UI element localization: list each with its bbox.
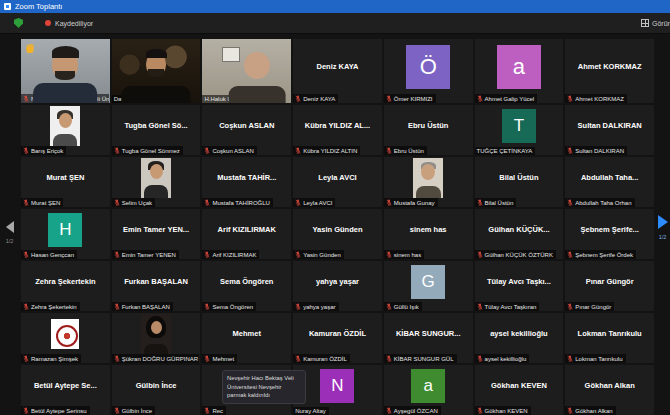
participant-tile[interactable]: aAhmet Galip Yücel <box>475 39 564 103</box>
participant-tile[interactable]: Pınar GüngörPınar Güngör <box>565 261 654 311</box>
encryption-shield-icon[interactable] <box>14 18 23 28</box>
prev-page-button[interactable]: 1/2 <box>2 219 17 244</box>
participant-tile[interactable]: TTUĞÇE ÇETİNKAYA <box>475 105 564 155</box>
participant-name-label: Sema Öngören <box>202 302 256 311</box>
participant-name-text: Rec <box>212 408 223 414</box>
participant-tile[interactable]: Kübra YILDIZ AL...Kübra YILDIZ ALTIN <box>293 105 382 155</box>
participant-tile[interactable]: H.Haluk Erdem <box>202 39 291 103</box>
participant-display-name: Pınar Güngör <box>567 261 652 302</box>
participant-tile[interactable]: Gülbin İnceGülbin İnce <box>112 365 201 415</box>
participant-display-name: Gülbin İnce <box>114 365 199 406</box>
participant-tile[interactable]: Gülhan KÜÇÜK...Gülhan KÜÇÜK ÖZTÜRK <box>475 209 564 259</box>
avatar-photo <box>413 158 443 198</box>
participant-name-label: Deniz KAYA <box>293 94 338 103</box>
participant-tile[interactable]: Davut Sarıtaş <box>112 39 201 103</box>
participant-display-name: Bilal Üstün <box>477 157 562 198</box>
participant-tile[interactable]: Sultan DALKIRANSultan DALKIRAN <box>565 105 654 155</box>
participant-tile[interactable]: Şebnem Şerife...Şebnem Şerife Ördek <box>565 209 654 259</box>
participant-tile[interactable]: Emin Tamer YEN...Emin Tamer YENEN <box>112 209 201 259</box>
participant-tile[interactable]: Deniz KAYADeniz KAYA <box>293 39 382 103</box>
participant-name-text: Bilal Üstün <box>485 200 514 206</box>
participant-tile[interactable]: KİBAR SUNGUR...KİBAR SUNGUR GÜL <box>384 313 473 363</box>
avatar-initial: a <box>497 45 541 89</box>
participant-name-text: Barış Eriçok <box>31 148 63 154</box>
participant-tile[interactable]: Sema ÖngörenSema Öngören <box>202 261 291 311</box>
participant-tile[interactable]: Coşkun ASLANCoşkun ASLAN <box>202 105 291 155</box>
muted-mic-icon <box>477 407 483 414</box>
participant-tile[interactable]: GGüllü Işık <box>384 261 473 311</box>
participant-name-text: Lokman Tanrıkulu <box>575 356 622 362</box>
participant-tile[interactable]: Zehra ŞekertekinZehra Şekertekin <box>21 261 110 311</box>
participant-tile[interactable]: Murat ŞENMurat ŞEN <box>21 157 110 207</box>
participant-tile[interactable]: Selim Uçak <box>112 157 201 207</box>
participant-tile[interactable]: ÖÖmer KIRMIZI <box>384 39 473 103</box>
participant-display-name: Kamuran ÖZDİL <box>295 313 380 354</box>
muted-mic-icon <box>567 147 573 154</box>
muted-mic-icon <box>114 355 120 362</box>
participant-tile[interactable]: Gökhan AlkanGökhan Alkan <box>565 365 654 415</box>
participant-tile[interactable]: Kamuran ÖZDİLKamuran ÖZDİL <box>293 313 382 363</box>
muted-mic-icon <box>567 199 573 206</box>
participant-tile[interactable]: Ebru ÜstünEbru Üstün <box>384 105 473 155</box>
muted-mic-icon <box>477 199 483 206</box>
participant-name-text: sinem has <box>394 252 421 258</box>
participant-name-text: Gökhan KEVEN <box>485 408 528 414</box>
participant-name-label: KİBAR SUNGUR GÜL <box>384 354 457 363</box>
participant-tile[interactable]: aysel kekillioğluaysel kekillioğlu <box>475 313 564 363</box>
muted-mic-icon <box>567 355 573 362</box>
view-button[interactable]: Görüntüle <box>641 13 670 33</box>
next-page-button[interactable]: 1/2 <box>655 215 670 240</box>
participant-tile[interactable]: Abdullah Taha...Abdullah Taha Orhan <box>565 157 654 207</box>
participant-tile[interactable]: Bilal ÜstünBilal Üstün <box>475 157 564 207</box>
participant-tile[interactable]: Furkan BAŞALANFurkan BAŞALAN <box>112 261 201 311</box>
participant-tile[interactable]: Ramazan Şimşek <box>21 313 110 363</box>
muted-mic-icon <box>295 355 301 362</box>
participant-tile[interactable]: Lokman TanrıkuluLokman Tanrıkulu <box>565 313 654 363</box>
participant-tile[interactable]: Ahmet KORKMAZAhmet KORKMAZ <box>565 39 654 103</box>
participant-display-name: Yasin Günden <box>295 209 380 250</box>
participant-tile[interactable]: Mustafa TAHİR...Mustafa TAHİROĞLU <box>202 157 291 207</box>
muted-mic-icon <box>204 199 210 206</box>
participant-tile[interactable]: MehmetMehmet <box>202 313 291 363</box>
participant-display-name: Emin Tamer YEN... <box>114 209 199 250</box>
muted-mic-icon <box>386 199 392 206</box>
participant-name-label: Ömer KIRMIZI <box>384 94 436 103</box>
recording-indicator-icon <box>45 20 51 26</box>
participant-tile[interactable]: Tülay Avcı Taşkı...Tülay Avcı Taşkıran <box>475 261 564 311</box>
muted-mic-icon <box>23 199 29 206</box>
muted-mic-icon <box>114 199 120 206</box>
participant-tile[interactable]: Şükran DOĞRU GÜRPINAR <box>112 313 201 363</box>
muted-mic-icon <box>204 355 210 362</box>
participant-tile[interactable]: Arif KIZILIRMAKArif KIZILIRMAK <box>202 209 291 259</box>
participant-tile[interactable]: aAyşegül ÖZCAN <box>384 365 473 415</box>
participant-tile[interactable]: Barış Eriçok <box>21 105 110 155</box>
avatar-photo <box>50 106 80 146</box>
participant-tile[interactable]: Yasin GündenYasin Günden <box>293 209 382 259</box>
participant-tile[interactable]: Leyla AVCILeyla AVCI <box>293 157 382 207</box>
participant-name-label: TUĞÇE ÇETİNKAYA <box>475 147 536 155</box>
participant-tile[interactable]: Mustafa Gunay <box>384 157 473 207</box>
muted-mic-icon <box>477 95 483 102</box>
participant-name-text: Hasan Gençcan <box>31 252 74 258</box>
muted-mic-icon <box>386 95 392 102</box>
participant-tile[interactable]: HHasan Gençcan <box>21 209 110 259</box>
participant-tile[interactable]: yahya yaşaryahya yaşar <box>293 261 382 311</box>
participant-name-label: Ramazan Şimşek <box>21 354 81 363</box>
participant-tile[interactable]: Tugba Gönel Sö...Tugba Gönel Sönmez <box>112 105 201 155</box>
participant-tile[interactable]: Nevşehir Hacı Bektaş Veli Üniv... <box>21 39 110 103</box>
participant-name-label: Ayşegül ÖZCAN <box>384 406 441 415</box>
participant-display-name: Ahmet KORKMAZ <box>567 39 652 94</box>
participant-name-text: Gülhan KÜÇÜK ÖZTÜRK <box>485 252 553 258</box>
muted-mic-icon <box>23 147 29 154</box>
muted-mic-icon <box>114 303 120 310</box>
participant-display-name: sinem has <box>386 209 471 250</box>
participant-tile[interactable]: Betül Aytepe Se...Betül Aytepe Serinsu <box>21 365 110 415</box>
muted-mic-icon <box>477 355 483 362</box>
participant-tile[interactable]: Gökhan KEVENGökhan KEVEN <box>475 365 564 415</box>
participant-display-name: Kübra YILDIZ AL... <box>295 105 380 146</box>
participant-tile[interactable]: NNuray Altay <box>293 365 382 415</box>
participant-display-name: Zehra Şekertekin <box>23 261 108 302</box>
avatar-photo <box>141 314 171 354</box>
participant-tile[interactable]: sinem hassinem has <box>384 209 473 259</box>
avatar-photo <box>51 319 79 349</box>
